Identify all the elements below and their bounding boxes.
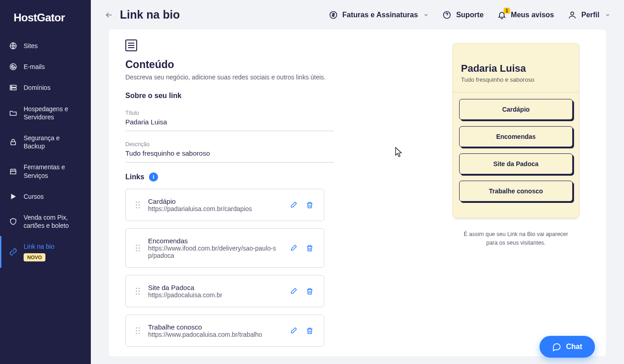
sidebar-item-label: Segurança e Backup: [24, 134, 82, 150]
delete-icon[interactable]: [306, 201, 314, 209]
preview-title: Padaria Luisa: [461, 63, 571, 74]
preview-button[interactable]: Trabalhe conosco: [459, 181, 573, 202]
sidebar-item-tools[interactable]: Ferramentas e Serviços: [0, 157, 91, 186]
title-input[interactable]: [125, 118, 334, 126]
new-badge: NOVO: [24, 253, 45, 261]
description-input[interactable]: [125, 149, 334, 157]
topnav-label: Meus avisos: [511, 11, 554, 19]
chat-label: Chat: [566, 343, 582, 351]
notification-count-badge: 1: [504, 8, 510, 14]
link-name: Trabalhe conosco: [148, 323, 281, 331]
svg-point-10: [571, 12, 574, 15]
chat-icon: [552, 342, 561, 351]
document-icon: [125, 39, 137, 51]
chevron-down-icon: [423, 12, 429, 18]
sidebar-item-link-bio[interactable]: Link na bio NOVO: [0, 236, 91, 268]
sidebar-item-domains[interactable]: Domínios: [0, 77, 91, 98]
link-card[interactable]: Encomendas https://www.ifood.com.br/deli…: [125, 228, 324, 268]
preview-button[interactable]: Cardápio: [459, 99, 573, 120]
topnav-support[interactable]: Suporte: [442, 10, 483, 20]
svg-point-6: [11, 89, 12, 90]
preview-card: Padaria Luisa Tudo fresquinho e saboroso…: [452, 43, 579, 218]
preview-button[interactable]: Site da Padoca: [459, 153, 573, 174]
section-title: Conteúdo: [125, 59, 434, 71]
link-name: Site da Padoca: [148, 284, 281, 291]
lock-icon: [9, 138, 17, 146]
delete-icon[interactable]: [306, 327, 314, 335]
store-icon: [9, 167, 17, 176]
title-field[interactable]: Título: [125, 106, 334, 131]
preview-subtitle: Tudo fresquinho e saboroso: [461, 76, 571, 83]
link-url: https://padarialuisa.com.br/cardapios: [148, 205, 281, 212]
page-title: Link na bio: [120, 8, 180, 21]
link-url: https://www.ifood.com.br/delivery/sao-pa…: [148, 245, 281, 259]
edit-icon[interactable]: [289, 327, 297, 335]
chat-button[interactable]: Chat: [540, 336, 595, 358]
sidebar-item-label: Cursos: [24, 192, 44, 201]
svg-point-2: [12, 66, 15, 68]
svg-point-1: [10, 64, 16, 70]
topnav-label: Faturas e Assinaturas: [342, 11, 418, 19]
chevron-down-icon: [605, 12, 610, 18]
globe-icon: [9, 42, 17, 50]
server-icon: [9, 84, 17, 92]
sidebar-item-sites[interactable]: Sites: [0, 35, 91, 56]
sidebar-item-emails[interactable]: E-mails: [0, 56, 91, 77]
field-label: Descrição: [125, 141, 334, 148]
back-arrow-icon[interactable]: [104, 10, 114, 20]
sidebar-item-label: Hospedagens e Servidores: [24, 105, 82, 121]
about-heading: Sobre o seu link: [125, 92, 434, 100]
delete-icon[interactable]: [306, 287, 314, 295]
mail-icon: [9, 63, 17, 71]
topnav-notices[interactable]: 1 Meus avisos: [497, 10, 554, 20]
topnav-label: Perfil: [581, 11, 599, 19]
sidebar-item-label: E-mails: [24, 63, 45, 71]
play-icon: [9, 192, 17, 201]
person-icon: [568, 10, 577, 20]
link-url: https://www.padocaluisa.com.br/trabalho: [148, 331, 281, 338]
topnav-invoices[interactable]: Faturas e Assinaturas: [329, 10, 429, 20]
info-icon[interactable]: i: [149, 172, 158, 182]
sidebar-item-label: Sites: [24, 42, 38, 50]
sidebar-item-payments[interactable]: Venda com Pix, cartões e boleto: [0, 207, 91, 236]
sidebar-item-courses[interactable]: Cursos: [0, 186, 91, 207]
sidebar-item-label: Venda com Pix, cartões e boleto: [24, 213, 82, 230]
links-heading: Links: [125, 173, 144, 181]
drag-handle-icon[interactable]: [136, 288, 140, 295]
sidebar-item-security[interactable]: Segurança e Backup: [0, 128, 91, 157]
description-field[interactable]: Descrição: [125, 138, 334, 162]
preview-caption: É assim que seu Link na Bio vai aparecer…: [452, 230, 579, 247]
shield-icon: [9, 217, 17, 226]
topnav-profile[interactable]: Perfil: [568, 10, 610, 20]
delete-icon[interactable]: [306, 244, 314, 252]
money-icon: [329, 10, 338, 20]
svg-rect-7: [11, 142, 16, 145]
link-name: Encomendas: [148, 237, 281, 245]
drag-handle-icon[interactable]: [136, 327, 140, 334]
link-icon: [9, 248, 17, 256]
folder-icon: [9, 109, 17, 117]
link-card[interactable]: Cardápio https://padarialuisa.com.br/car…: [125, 189, 324, 221]
topnav-label: Suporte: [456, 11, 483, 19]
sidebar: HostGator Sites E-mails Domínios Hospeda…: [0, 0, 91, 364]
edit-icon[interactable]: [289, 201, 297, 209]
help-icon: [442, 10, 451, 20]
edit-icon[interactable]: [289, 244, 297, 252]
topbar: Link na bio Faturas e Assinaturas Suport…: [91, 0, 624, 30]
brand-logo: HostGator: [0, 5, 91, 35]
sidebar-item-label: Link na bio: [24, 243, 54, 250]
sidebar-item-hosting[interactable]: Hospedagens e Servidores: [0, 98, 91, 128]
sidebar-item-label: Ferramentas e Serviços: [24, 163, 82, 179]
field-label: Título: [125, 110, 334, 116]
link-name: Cardápio: [148, 197, 281, 205]
link-url: https://padocaluisa.com.br: [148, 291, 281, 299]
edit-icon[interactable]: [289, 287, 297, 295]
section-description: Descreva seu negócio, adicione suas rede…: [125, 74, 434, 81]
link-card[interactable]: Site da Padoca https://padocaluisa.com.b…: [125, 275, 324, 307]
link-card[interactable]: Trabalhe conosco https://www.padocaluisa…: [125, 315, 324, 347]
drag-handle-icon[interactable]: [136, 245, 140, 251]
preview-button[interactable]: Encomendas: [459, 126, 573, 147]
drag-handle-icon[interactable]: [136, 202, 140, 208]
sidebar-item-label: Domínios: [24, 84, 50, 92]
svg-point-5: [11, 86, 12, 87]
